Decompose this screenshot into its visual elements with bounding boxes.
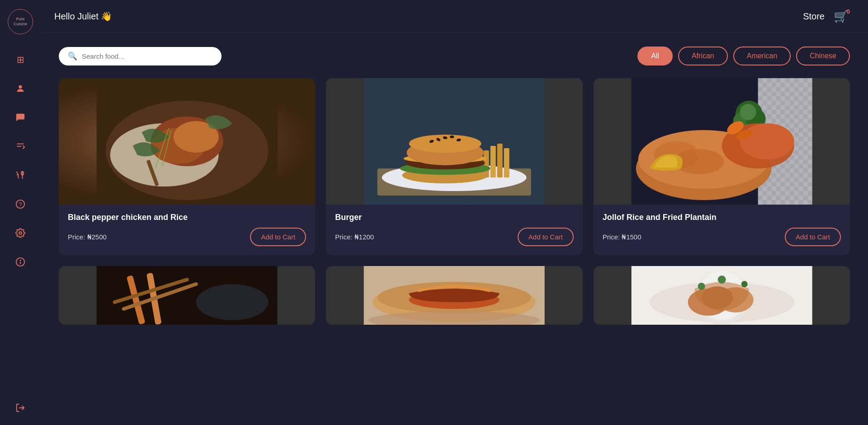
food-image-jollof-rice <box>594 78 850 205</box>
search-input[interactable] <box>82 52 212 60</box>
sidebar-item-profile[interactable] <box>12 80 28 97</box>
sidebar-item-cutlery[interactable] <box>12 167 28 183</box>
food-price-burger: Price: ₦1200 <box>335 233 374 241</box>
food-title-jollof-rice: Jollof Rice and Fried Plantain <box>603 213 841 222</box>
food-card-black-pepper-chicken: Black pepper chicken and Rice Price: ₦25… <box>59 78 315 255</box>
sidebar-item-info[interactable] <box>12 254 28 270</box>
sidebar-item-messages[interactable] <box>12 109 28 126</box>
food-image-burger <box>326 78 582 205</box>
svg-point-76 <box>741 281 747 287</box>
food-title-black-pepper-chicken: Black pepper chicken and Rice <box>68 213 306 222</box>
filter-chinese[interactable]: Chinese <box>796 47 850 65</box>
food-card-footer-1: Price: ₦2500 Add to Cart <box>68 228 306 246</box>
topbar: 🔍 All African American Chinese <box>59 47 850 65</box>
cart-badge: 0 <box>847 8 850 15</box>
svg-rect-22 <box>491 146 496 177</box>
svg-rect-23 <box>497 144 503 177</box>
svg-point-62 <box>196 284 269 320</box>
food-grid: Black pepper chicken and Rice Price: ₦25… <box>59 78 850 325</box>
add-to-cart-black-pepper-chicken[interactable]: Add to Cart <box>250 228 306 246</box>
sidebar-item-help[interactable]: ? <box>12 196 28 212</box>
sidebar-item-menu[interactable] <box>12 138 28 154</box>
sidebar-item-logout[interactable] <box>12 400 28 416</box>
sidebar-item-settings[interactable] <box>12 225 28 241</box>
food-card-footer-3: Price: ₦1500 Add to Cart <box>603 228 841 246</box>
food-card-burger: Burger Price: ₦1200 Add to Cart <box>326 78 582 255</box>
greeting-text: Hello Juliet 👋 <box>54 11 112 22</box>
svg-text:?: ? <box>19 201 22 208</box>
food-card-body-1: Black pepper chicken and Rice Price: ₦25… <box>59 205 315 255</box>
header: Hello Juliet 👋 Store 🛒 0 <box>41 0 868 33</box>
food-image-black-pepper-chicken <box>59 78 315 205</box>
sidebar: Pure Cuisine ⊞ ? <box>0 0 41 425</box>
food-card-hotdog <box>326 266 582 325</box>
svg-point-75 <box>698 283 705 290</box>
svg-point-36 <box>450 135 454 138</box>
cart-button[interactable]: 🛒 0 <box>832 8 850 24</box>
search-container[interactable]: 🔍 <box>59 47 222 65</box>
store-label: Store <box>803 11 825 22</box>
filter-american[interactable]: American <box>733 47 791 65</box>
sidebar-item-dashboard[interactable]: ⊞ <box>12 51 28 68</box>
svg-point-77 <box>717 276 726 284</box>
food-image-grilled-chicken <box>594 266 850 325</box>
cart-icon: 🛒 <box>834 9 848 23</box>
food-image-chopsticks <box>59 266 315 325</box>
add-to-cart-jollof-rice[interactable]: Add to Cart <box>785 228 841 246</box>
food-title-burger: Burger <box>335 213 573 222</box>
filter-african[interactable]: African <box>678 47 728 65</box>
food-card-body-2: Burger Price: ₦1200 Add to Cart <box>326 205 582 255</box>
svg-point-0 <box>19 85 22 89</box>
filter-all[interactable]: All <box>637 47 673 65</box>
svg-point-5 <box>19 232 22 234</box>
app-logo: Pure Cuisine <box>8 9 33 34</box>
filter-buttons: All African American Chinese <box>637 47 850 65</box>
food-image-hotdog <box>326 266 582 325</box>
svg-rect-24 <box>504 148 509 177</box>
svg-point-52 <box>740 104 756 120</box>
content-area: 🔍 All African American Chinese <box>41 33 868 425</box>
food-card-chopsticks <box>59 266 315 325</box>
food-price-jollof-rice: Price: ₦1500 <box>603 233 642 241</box>
food-card-footer-2: Price: ₦1200 Add to Cart <box>335 228 573 246</box>
food-card-jollof-rice: Jollof Rice and Fried Plantain Price: ₦1… <box>594 78 850 255</box>
header-right: Store 🛒 0 <box>803 8 850 24</box>
svg-point-54 <box>740 123 794 159</box>
add-to-cart-burger[interactable]: Add to Cart <box>518 228 574 246</box>
food-price-black-pepper-chicken: Price: ₦2500 <box>68 233 107 241</box>
food-card-grilled-chicken <box>594 266 850 325</box>
main-content: Hello Juliet 👋 Store 🛒 0 🔍 All African A… <box>41 0 868 425</box>
food-card-body-3: Jollof Rice and Fried Plantain Price: ₦1… <box>594 205 850 255</box>
search-icon: 🔍 <box>68 51 77 61</box>
